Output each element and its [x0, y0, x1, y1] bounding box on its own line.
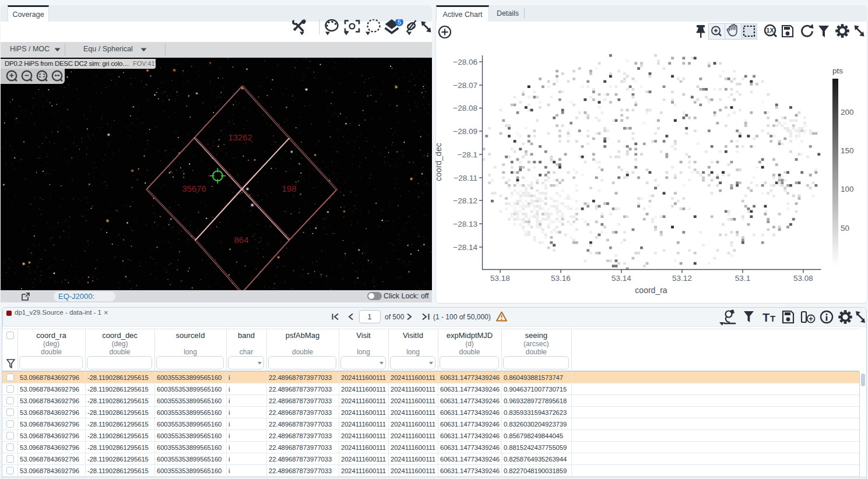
svg-text:−28.11: −28.11: [454, 174, 477, 182]
svg-text:−28.14: −28.14: [453, 243, 477, 252]
svg-text:53.08: 53.08: [793, 274, 813, 283]
svg-text:864: 864: [234, 235, 248, 245]
svg-text:−28.08: −28.08: [453, 104, 477, 112]
svg-text:53.18: 53.18: [490, 274, 510, 283]
svg-text:35676: 35676: [182, 184, 206, 193]
svg-text:−28.07: −28.07: [453, 81, 477, 90]
svg-text:−28.12: −28.12: [453, 196, 477, 205]
svg-text:pts: pts: [832, 66, 843, 75]
svg-text:1X: 1X: [767, 27, 774, 34]
svg-text:13262: 13262: [228, 132, 252, 142]
svg-text:−28.06: −28.06: [453, 58, 477, 66]
svg-text:53.12: 53.12: [672, 274, 692, 283]
svg-text:of 500: of 500: [385, 313, 405, 321]
svg-text:(1 - 100 of 50,000): (1 - 100 of 50,000): [433, 313, 491, 321]
svg-text:1: 1: [368, 313, 372, 321]
svg-text:100: 100: [841, 185, 854, 193]
svg-text:T: T: [762, 311, 769, 324]
svg-text:50: 50: [841, 224, 849, 233]
svg-text:53.1: 53.1: [735, 274, 750, 283]
svg-text:53.14: 53.14: [612, 274, 631, 283]
svg-text:198: 198: [282, 184, 296, 193]
svg-text:5: 5: [398, 19, 401, 26]
svg-text:150: 150: [841, 146, 854, 155]
svg-text:coord_ra: coord_ra: [635, 286, 667, 295]
svg-text:200: 200: [841, 108, 854, 117]
svg-text:−28.09: −28.09: [453, 127, 477, 136]
svg-text:coord_dec: coord_dec: [435, 143, 443, 181]
svg-text:−28.1: −28.1: [458, 150, 477, 159]
svg-text:−28.13: −28.13: [453, 220, 477, 228]
svg-text:T: T: [770, 314, 775, 323]
svg-text:53.16: 53.16: [551, 274, 571, 283]
